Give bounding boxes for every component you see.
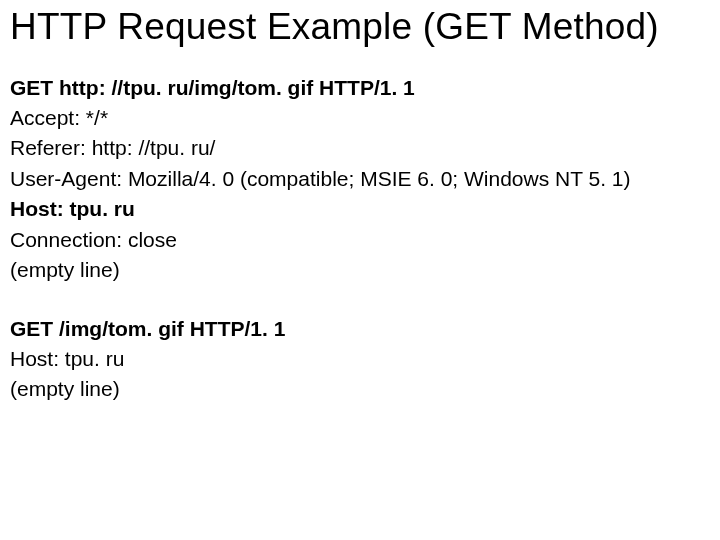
request-block-relative: GET /img/tom. gif HTTP/1. 1 Host: tpu. r… bbox=[10, 314, 710, 405]
page-title: HTTP Request Example (GET Method) bbox=[10, 6, 710, 49]
header-user-agent: User-Agent: Mozilla/4. 0 (compatible; MS… bbox=[10, 164, 710, 194]
request-block-full: GET http: //tpu. ru/img/tom. gif HTTP/1.… bbox=[10, 73, 710, 286]
empty-line-note: (empty line) bbox=[10, 255, 710, 285]
empty-line-note-2: (empty line) bbox=[10, 374, 710, 404]
request-line-get-relative: GET /img/tom. gif HTTP/1. 1 bbox=[10, 314, 710, 344]
request-line-get: GET http: //tpu. ru/img/tom. gif HTTP/1.… bbox=[10, 73, 710, 103]
header-accept: Accept: */* bbox=[10, 103, 710, 133]
header-referer: Referer: http: //tpu. ru/ bbox=[10, 133, 710, 163]
header-host: Host: tpu. ru bbox=[10, 194, 710, 224]
header-host-2: Host: tpu. ru bbox=[10, 344, 710, 374]
header-connection: Connection: close bbox=[10, 225, 710, 255]
slide: HTTP Request Example (GET Method) GET ht… bbox=[0, 0, 720, 540]
